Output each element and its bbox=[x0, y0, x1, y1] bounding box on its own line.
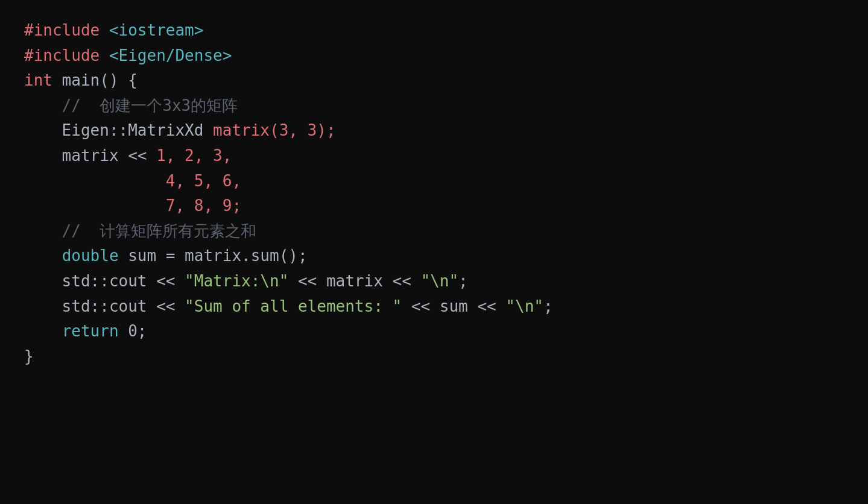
code-line-13: std::cout << "Matrix:\n" << matrix << "\… bbox=[24, 269, 844, 294]
code-line-14: std::cout << "Sum of all elements: " << … bbox=[24, 294, 844, 320]
code-line-5: Eigen::MatrixXd matrix(3, 3); bbox=[24, 118, 844, 143]
code-line-11: double sum = matrix.sum(); bbox=[24, 244, 844, 269]
code-editor: #include <iostream>#include <Eigen/Dense… bbox=[24, 18, 844, 369]
code-line-7: 4, 5, 6, bbox=[24, 169, 844, 194]
code-line-0: #include <iostream> bbox=[24, 18, 844, 43]
code-line-8: 7, 8, 9; bbox=[24, 194, 844, 219]
code-line-4: // 创建一个3x3的矩阵 bbox=[24, 93, 844, 119]
code-line-6: matrix << 1, 2, 3, bbox=[24, 143, 844, 169]
code-line-1: #include <Eigen/Dense> bbox=[24, 43, 844, 69]
code-line-17: } bbox=[24, 344, 844, 370]
code-line-10: // 计算矩阵所有元素之和 bbox=[24, 219, 844, 244]
code-line-3: int main() { bbox=[24, 68, 844, 93]
code-line-16: return 0; bbox=[24, 319, 844, 344]
